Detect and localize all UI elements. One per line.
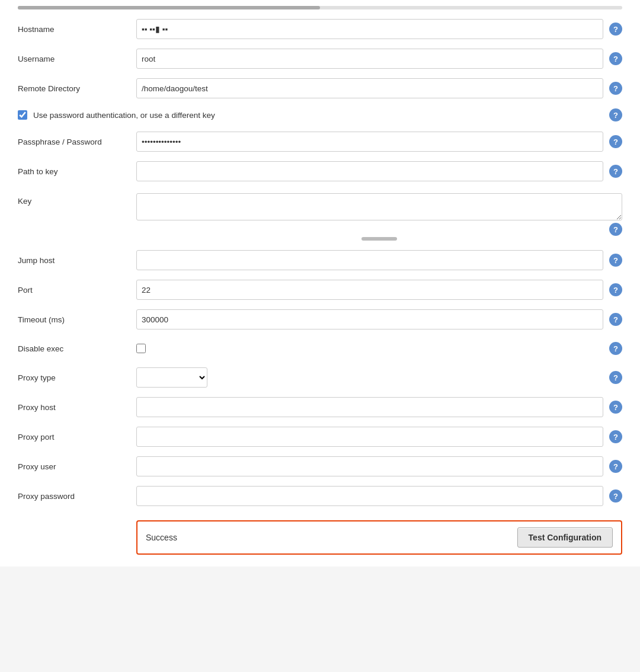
username-label: Username [18,55,136,63]
scroll-bar[interactable] [18,6,622,9]
proxy-type-row: Proxy type HTTP SOCKS4 SOCKS5 ? [18,363,622,392]
proxy-password-row: Proxy password ? [18,481,622,511]
username-input[interactable] [136,49,603,69]
proxy-host-row: Proxy host ? [18,392,622,422]
disable-exec-help-icon[interactable]: ? [609,342,622,355]
proxy-password-help-icon[interactable]: ? [609,489,622,503]
remote-directory-input[interactable] [136,78,603,98]
passphrase-label: Passphrase / Password [18,137,136,146]
jump-host-input[interactable] [136,250,603,270]
proxy-user-row: Proxy user ? [18,452,622,481]
jump-host-row: Jump host ? [18,245,622,275]
passphrase-input[interactable] [136,132,603,152]
proxy-user-input[interactable] [136,456,603,476]
jump-host-help-icon[interactable]: ? [609,254,622,267]
path-to-key-input-wrapper: ? [136,161,622,181]
proxy-password-input-wrapper: ? [136,486,622,506]
proxy-host-input[interactable] [136,397,603,417]
key-input-wrapper: ? [136,193,622,241]
timeout-row: Timeout (ms) ? [18,305,622,334]
username-input-wrapper: ? [136,49,622,69]
proxy-port-help-icon[interactable]: ? [609,430,622,443]
hostname-input-wrapper: ? [136,19,622,39]
path-to-key-label: Path to key [18,167,136,176]
port-row: Port ? [18,275,622,305]
disable-exec-row: Disable exec ? [18,334,622,363]
proxy-password-input[interactable] [136,486,603,506]
jump-host-label: Jump host [18,256,136,265]
proxy-host-input-wrapper: ? [136,397,622,417]
remote-directory-row: Remote Directory ? [18,73,622,103]
username-help-icon[interactable]: ? [609,52,622,65]
proxy-host-help-icon[interactable]: ? [609,401,622,414]
path-to-key-input[interactable] [136,161,603,181]
proxy-user-help-icon[interactable]: ? [609,460,622,473]
use-password-help-icon[interactable]: ? [609,108,622,121]
hostname-row: Hostname ? [18,14,622,44]
remote-directory-label: Remote Directory [18,84,136,93]
key-help-icon[interactable]: ? [609,223,622,236]
key-row: Key ? [18,186,622,245]
port-input[interactable] [136,280,603,300]
proxy-password-label: Proxy password [18,492,136,501]
port-label: Port [18,286,136,295]
disable-exec-input-wrapper: ? [136,342,622,355]
proxy-port-row: Proxy port ? [18,422,622,452]
test-configuration-button[interactable]: Test Configuration [517,527,613,548]
proxy-user-input-wrapper: ? [136,456,622,476]
proxy-type-input-wrapper: HTTP SOCKS4 SOCKS5 ? [136,367,622,388]
scroll-thumb [18,6,320,9]
passphrase-input-wrapper: ? [136,132,622,152]
proxy-type-help-icon[interactable]: ? [609,371,622,384]
path-to-key-help-icon[interactable]: ? [609,165,622,178]
remote-directory-help-icon[interactable]: ? [609,82,622,95]
proxy-host-label: Proxy host [18,403,136,412]
use-password-row: Use password authentication, or use a di… [18,103,622,127]
proxy-port-input-wrapper: ? [136,427,622,447]
timeout-input-wrapper: ? [136,309,622,329]
form-container: Hostname ? Username ? Remote Directory ?… [0,0,640,567]
path-to-key-row: Path to key ? [18,156,622,186]
disable-exec-checkbox[interactable] [136,344,146,353]
success-status: Success [146,533,517,542]
disable-exec-label: Disable exec [18,344,136,353]
proxy-type-label: Proxy type [18,373,136,382]
remote-directory-input-wrapper: ? [136,78,622,98]
port-help-icon[interactable]: ? [609,283,622,296]
use-password-label[interactable]: Use password authentication, or use a di… [33,111,603,120]
bottom-action-bar: Success Test Configuration [136,520,622,555]
hostname-label: Hostname [18,25,136,34]
hostname-help-icon[interactable]: ? [609,23,622,36]
jump-host-input-wrapper: ? [136,250,622,270]
port-input-wrapper: ? [136,280,622,300]
use-password-checkbox[interactable] [18,110,27,120]
timeout-help-icon[interactable]: ? [609,313,622,326]
passphrase-help-icon[interactable]: ? [609,135,622,148]
proxy-user-label: Proxy user [18,462,136,471]
key-input[interactable] [136,193,622,220]
passphrase-row: Passphrase / Password ? [18,127,622,156]
timeout-input[interactable] [136,309,603,329]
hostname-input[interactable] [136,19,603,39]
username-row: Username ? [18,44,622,73]
timeout-label: Timeout (ms) [18,315,136,324]
proxy-port-label: Proxy port [18,433,136,441]
proxy-type-select[interactable]: HTTP SOCKS4 SOCKS5 [136,367,207,388]
key-label: Key [18,193,136,206]
proxy-port-input[interactable] [136,427,603,447]
